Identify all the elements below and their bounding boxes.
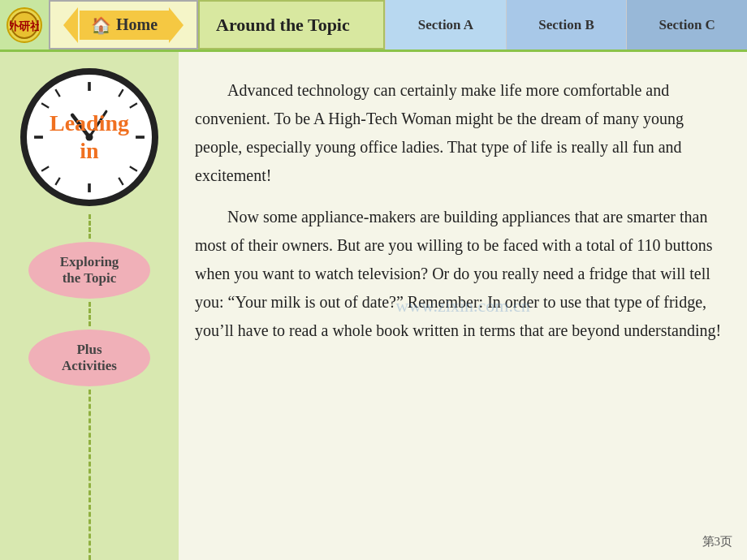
home-arrow-right-icon [169,7,184,43]
clock-face: Leading in [20,68,158,206]
clock: Leading in [20,68,158,206]
home-box: 🏠 Home [80,11,169,40]
exploring-topic-button[interactable]: Exploring the Topic [28,242,150,299]
tab-section-b[interactable]: Section B [506,0,627,50]
clock-label: Leading in [50,110,129,164]
paragraph-1: Advanced technology can certainly make l… [195,76,723,190]
svg-line-12 [41,166,49,170]
around-topic-label[interactable]: Around the Topic [198,0,385,50]
svg-line-9 [119,178,123,185]
svg-line-11 [41,103,49,107]
svg-text:外研社: 外研社 [10,19,39,32]
dotted-line-top [89,214,91,239]
svg-line-8 [130,166,137,170]
home-label: Home [116,15,158,34]
svg-line-10 [55,89,59,97]
dotted-line-middle [89,302,91,326]
tab-section-a[interactable]: Section A [385,0,506,50]
tab-section-c[interactable]: Section C [626,0,747,50]
svg-line-6 [119,89,123,97]
text-content: www.zixin.com.cn Advanced technology can… [179,52,747,560]
left-sidebar: Leading in Exploring the Topic Plus Acti… [0,52,179,560]
svg-line-13 [55,178,59,185]
paragraph-2: Now some appliance-makers are building a… [195,203,723,345]
top-bar: 外研社 🏠 Home Around the Topic Section A Se… [0,0,747,52]
svg-line-7 [130,103,137,107]
plus-activities-button[interactable]: Plus Activities [28,330,150,386]
home-button[interactable]: 🏠 Home [49,0,198,50]
house-icon: 🏠 [91,15,111,35]
main-content: Leading in Exploring the Topic Plus Acti… [0,52,747,560]
logo-icon: 外研社 [6,7,42,43]
logo-area: 外研社 [0,0,49,50]
home-arrow-left-icon [63,7,78,43]
page-number: 第3页 [702,531,733,552]
section-tabs: Section A Section B Section C [385,0,747,50]
dotted-line-bottom [89,390,91,560]
